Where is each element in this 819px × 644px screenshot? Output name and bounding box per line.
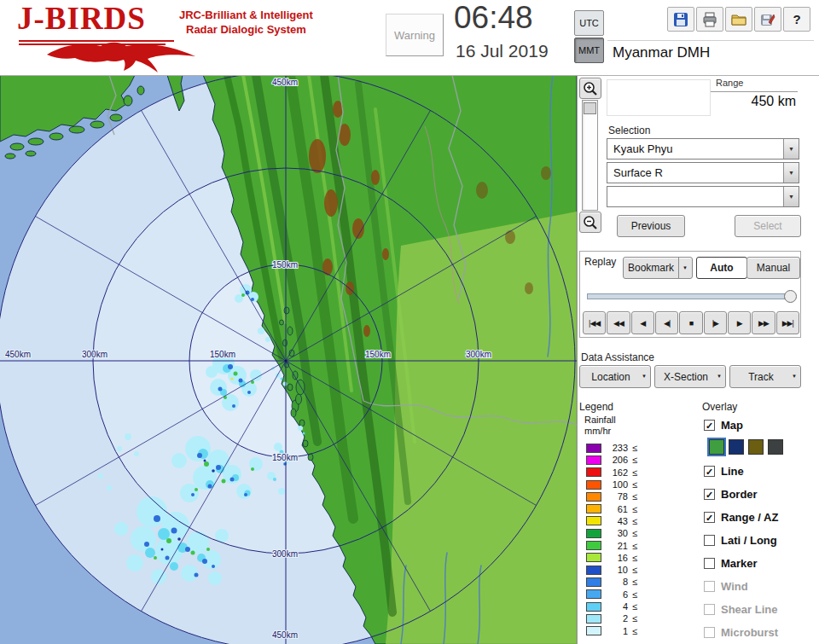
- map-style-swatch[interactable]: [748, 439, 764, 455]
- help-button[interactable]: ?: [783, 7, 810, 32]
- location-button[interactable]: Location ▼: [579, 365, 651, 388]
- legend-row: 233≤: [586, 442, 637, 454]
- stop-button[interactable]: ■: [679, 311, 702, 334]
- auto-mode-button[interactable]: Auto: [696, 257, 747, 279]
- xsection-button[interactable]: X-Section ▼: [654, 365, 726, 388]
- legend-row: 78≤: [586, 490, 637, 502]
- legend-row: 2≤: [586, 612, 637, 624]
- overlay-item-border[interactable]: ✓ Border: [704, 485, 818, 502]
- product-dropdown[interactable]: Surface R ▼: [607, 162, 799, 183]
- timezone-utc-button[interactable]: UTC: [574, 10, 604, 36]
- overlay-item-label: Range / AZ: [721, 511, 778, 524]
- zoom-slider-thumb[interactable]: [584, 102, 596, 114]
- legend-suffix: ≤: [632, 553, 637, 563]
- radar-map[interactable]: 450km 300km 150km 150km 300km 450km 150k…: [0, 75, 577, 644]
- range-value: 450 km: [711, 94, 796, 109]
- skip-first-button[interactable]: |◀◀: [583, 311, 606, 334]
- lati-long-checkbox[interactable]: [704, 535, 715, 546]
- map-style-swatch[interactable]: [729, 439, 744, 455]
- border-checkbox[interactable]: ✓: [704, 489, 715, 500]
- overlay-item-map[interactable]: ✓ Map: [704, 416, 818, 433]
- zoom-out-icon: [583, 215, 598, 230]
- range-az-checkbox[interactable]: ✓: [704, 512, 715, 523]
- legend-swatch: [586, 467, 601, 477]
- shear-line-checkbox: [704, 604, 715, 615]
- legend-row: 21≤: [586, 539, 637, 551]
- logo-title: J-BIRDS: [17, 0, 146, 37]
- range-separator: [711, 91, 798, 92]
- overlay-item-shear-line: Shear Line: [704, 600, 818, 618]
- legend-swatch: [586, 614, 601, 624]
- chevron-down-icon[interactable]: ▼: [783, 139, 799, 159]
- chevron-down-icon[interactable]: ▼: [783, 163, 799, 183]
- legend-suffix: ≤: [632, 443, 637, 453]
- map-checkbox[interactable]: ✓: [704, 420, 715, 431]
- legend-row: 162≤: [586, 467, 637, 479]
- jbirds-window: J-BIRDS JRC-Brilliant & Intelligent Rada…: [0, 0, 819, 644]
- skip-last-button[interactable]: ▶▶|: [776, 311, 799, 334]
- bookmark-button[interactable]: Bookmark ▼: [623, 257, 693, 279]
- overlay-item-marker[interactable]: Marker: [704, 554, 818, 571]
- legend-value: 206: [606, 455, 628, 465]
- previous-button[interactable]: Previous: [617, 215, 685, 237]
- help-icon: ?: [793, 12, 800, 26]
- legend-row: 100≤: [586, 479, 637, 490]
- replay-slider-track[interactable]: [587, 293, 795, 299]
- warning-button[interactable]: Warning: [386, 14, 444, 56]
- overlay-item-line[interactable]: ✓ Line: [704, 462, 818, 479]
- legend-suffix: ≤: [632, 528, 637, 538]
- legend-value: 8: [606, 577, 628, 587]
- site-dropdown[interactable]: Kyauk Phyu ▼: [607, 138, 799, 160]
- zoom-slider[interactable]: [582, 100, 598, 211]
- legend-row: 30≤: [586, 527, 637, 539]
- chevron-down-icon: ▼: [642, 374, 647, 379]
- replay-time-slider[interactable]: [587, 289, 795, 303]
- step-back-button[interactable]: ◀|: [655, 311, 678, 334]
- open-folder-button[interactable]: [725, 7, 752, 32]
- legend-value: 233: [606, 443, 628, 453]
- fast-rewind-button[interactable]: ◀◀: [607, 311, 630, 334]
- legend-row: 61≤: [586, 502, 637, 514]
- overlay-item-lati-long[interactable]: Lati / Long: [704, 531, 818, 548]
- xsection-label: X-Section: [664, 371, 708, 383]
- wind-checkbox: [704, 581, 715, 592]
- overlay-item-range-az[interactable]: ✓ Range / AZ: [704, 508, 818, 525]
- legend-value: 43: [606, 516, 628, 526]
- legend-value: 30: [606, 528, 628, 538]
- legend-swatch: [586, 516, 601, 525]
- chevron-down-icon[interactable]: ▼: [783, 187, 799, 206]
- legend-label: Legend: [579, 401, 613, 413]
- select-button[interactable]: Select: [735, 215, 801, 237]
- clock-time: 06:48: [454, 0, 533, 36]
- chevron-down-icon[interactable]: ▼: [678, 258, 688, 278]
- replay-slider-thumb[interactable]: [784, 290, 797, 303]
- track-button[interactable]: Track ▼: [729, 365, 801, 388]
- save-button[interactable]: [667, 7, 694, 32]
- legend-row: 43≤: [586, 515, 637, 527]
- map-style-swatch[interactable]: [709, 439, 724, 455]
- play-button[interactable]: ▶: [728, 311, 751, 334]
- manual-mode-button[interactable]: Manual: [746, 257, 800, 279]
- zoom-in-button[interactable]: [579, 78, 601, 99]
- line-checkbox[interactable]: ✓: [704, 466, 715, 477]
- warning-label: Warning: [394, 29, 435, 42]
- legend-row: 206≤: [586, 454, 637, 466]
- play-back-button[interactable]: ◀: [631, 311, 654, 334]
- fast-forward-button[interactable]: ▶▶: [752, 311, 775, 334]
- print-button[interactable]: [696, 7, 723, 32]
- ring-label: 150km: [272, 260, 298, 270]
- map-style-swatch[interactable]: [768, 439, 783, 455]
- legend-value: 1: [606, 626, 628, 636]
- legend-suffix: ≤: [632, 613, 637, 624]
- elevation-dropdown[interactable]: ▼: [607, 186, 799, 207]
- legend-value: 16: [606, 553, 628, 563]
- marker-checkbox[interactable]: [704, 558, 715, 569]
- legend-suffix: ≤: [632, 601, 637, 612]
- site-dropdown-value: Kyauk Phyu: [613, 142, 672, 155]
- zoom-out-button[interactable]: [579, 212, 601, 233]
- ring-label: 150km: [365, 350, 391, 359]
- timezone-mmt-button[interactable]: MMT: [574, 38, 604, 63]
- step-forward-button[interactable]: |▶: [704, 311, 727, 334]
- export-button[interactable]: [754, 7, 781, 32]
- track-label: Track: [748, 371, 774, 383]
